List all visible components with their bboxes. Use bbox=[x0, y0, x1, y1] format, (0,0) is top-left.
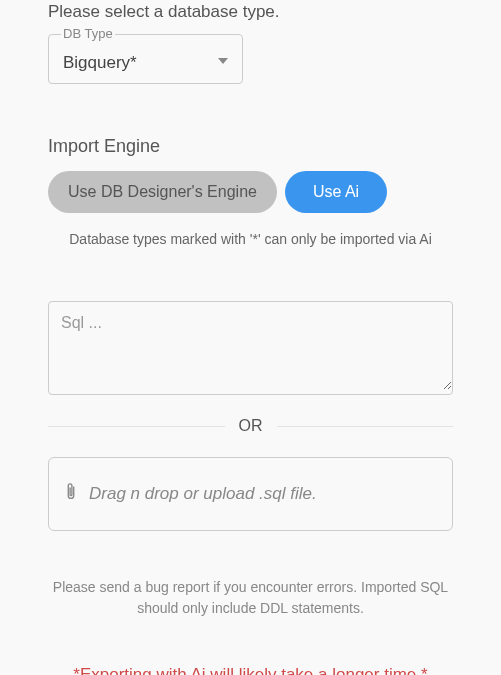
db-type-value: Bigquery* bbox=[63, 53, 137, 72]
divider-line-left bbox=[48, 426, 225, 427]
or-label: OR bbox=[239, 417, 263, 435]
ai-export-warning: *Exporting with Ai will likely take a lo… bbox=[48, 665, 453, 675]
use-db-designer-button[interactable]: Use DB Designer's Engine bbox=[48, 171, 277, 213]
db-type-select[interactable]: DB Type Bigquery* bbox=[48, 34, 243, 84]
engine-button-group: Use DB Designer's Engine Use Ai bbox=[48, 171, 453, 213]
divider-line-right bbox=[277, 426, 454, 427]
or-divider: OR bbox=[48, 417, 453, 435]
chevron-down-icon bbox=[218, 50, 228, 68]
drop-text: Drag n drop or upload .sql file. bbox=[89, 484, 317, 504]
attachment-icon bbox=[65, 482, 77, 506]
bug-report-note: Please send a bug report if you encounte… bbox=[48, 577, 453, 619]
sql-textarea[interactable] bbox=[49, 302, 452, 390]
use-ai-button[interactable]: Use Ai bbox=[285, 171, 387, 213]
select-db-prompt: Please select a database type. bbox=[48, 0, 453, 22]
db-type-floating-label: DB Type bbox=[61, 26, 115, 41]
sql-input-container bbox=[48, 301, 453, 395]
engine-hint: Database types marked with '*' can only … bbox=[48, 231, 453, 247]
file-drop-zone[interactable]: Drag n drop or upload .sql file. bbox=[48, 457, 453, 531]
import-engine-title: Import Engine bbox=[48, 136, 453, 157]
